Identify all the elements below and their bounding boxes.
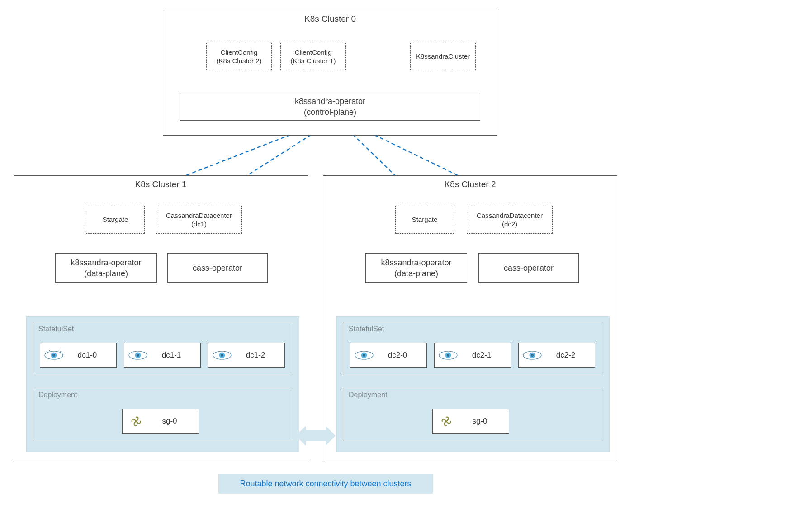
eye-icon [40, 343, 67, 367]
c1-deployment-label: Deployment [38, 391, 77, 399]
c1-pod-0-label: dc1-0 [67, 351, 116, 360]
eye-icon [208, 343, 236, 367]
c1-dp-l1: k8ssandra-operator [71, 257, 141, 268]
cluster-1-title: K8s Cluster 1 [14, 176, 308, 189]
c1-cass-operator: cass-operator [167, 253, 268, 283]
svg-point-11 [363, 354, 365, 357]
c1-statefulset-label: StatefulSet [38, 325, 74, 333]
svg-point-2 [52, 354, 55, 357]
client-config-1-l1: ClientConfig [281, 48, 345, 57]
control-plane-operator: k8ssandra-operator (control-plane) [180, 93, 480, 121]
eye-icon [435, 343, 462, 367]
client-config-1-l2: (K8s Cluster 1) [281, 56, 345, 66]
client-config-cluster-1: ClientConfig (K8s Cluster 1) [280, 43, 346, 70]
c2-statefulset-label: StatefulSet [349, 325, 384, 333]
eye-icon [519, 343, 546, 367]
network-banner: Routable network connectivity between cl… [218, 474, 433, 494]
c1-data-plane: k8ssandra-operator (data-plane) [55, 253, 157, 283]
c2-stargate-label: Stargate [396, 215, 454, 224]
c1-dp-l2: (data-plane) [84, 268, 128, 279]
c2-pod-1: dc2-1 [434, 343, 511, 368]
client-config-cluster-2: ClientConfig (K8s Cluster 2) [206, 43, 272, 70]
control-plane-l2: (control-plane) [304, 107, 356, 118]
c2-pod-0-label: dc2-0 [378, 351, 426, 360]
c2-sg-0-label: sg-0 [460, 417, 509, 426]
svg-point-5 [137, 354, 139, 357]
c2-dp-l2: (data-plane) [394, 268, 438, 279]
c1-stargate: Stargate [86, 206, 145, 234]
c2-pod-2: dc2-2 [518, 343, 595, 368]
svg-point-8 [221, 354, 223, 357]
c2-pod-1-label: dc2-1 [462, 351, 511, 360]
c2-cass-dc: CassandraDatacenter (dc2) [467, 206, 553, 234]
eye-icon [124, 343, 151, 367]
c2-cass-op-label: cass-operator [504, 263, 554, 273]
c2-pod-2-label: dc2-2 [546, 351, 595, 360]
c1-sg-0-label: sg-0 [150, 417, 199, 426]
client-config-2-l1: ClientConfig [207, 48, 271, 57]
c2-pod-0: dc2-0 [350, 343, 427, 368]
c1-pod-0: dc1-0 [40, 343, 117, 368]
svg-point-14 [447, 354, 449, 357]
c1-pod-1: dc1-1 [124, 343, 201, 368]
eye-icon [350, 343, 378, 367]
c1-cass-dc-l1: CassandraDatacenter [156, 211, 241, 220]
cluster-0-title: K8s Cluster 0 [163, 10, 497, 24]
c1-sg-0: sg-0 [122, 409, 199, 434]
c1-pod-2-label: dc1-2 [236, 351, 284, 360]
c2-deployment-label: Deployment [349, 391, 387, 399]
c2-stargate: Stargate [395, 206, 454, 234]
c2-cass-dc-l1: CassandraDatacenter [467, 211, 552, 220]
cluster-2-title: K8s Cluster 2 [323, 176, 617, 189]
c1-cass-op-label: cass-operator [193, 263, 242, 273]
c2-cass-operator: cass-operator [478, 253, 579, 283]
svg-point-17 [531, 354, 534, 357]
client-config-2-l2: (K8s Cluster 2) [207, 56, 271, 66]
c2-sg-0: sg-0 [432, 409, 509, 434]
bi-arrow-icon [306, 430, 326, 441]
c2-dp-l1: k8ssandra-operator [381, 257, 451, 268]
c1-pod-2: dc1-2 [208, 343, 285, 368]
c1-cass-dc-l2: (dc1) [156, 220, 241, 229]
k8ssandra-cluster-label: K8ssandraCluster [411, 52, 475, 61]
pinwheel-icon [123, 409, 150, 433]
pinwheel-icon [433, 409, 460, 433]
c2-data-plane: k8ssandra-operator (data-plane) [365, 253, 467, 283]
c1-cass-dc: CassandraDatacenter (dc1) [156, 206, 242, 234]
c2-cass-dc-l2: (dc2) [467, 220, 552, 229]
control-plane-l1: k8ssandra-operator [295, 96, 365, 107]
c1-stargate-label: Stargate [86, 215, 144, 224]
c1-pod-1-label: dc1-1 [151, 351, 200, 360]
k8ssandra-cluster: K8ssandraCluster [410, 43, 476, 70]
